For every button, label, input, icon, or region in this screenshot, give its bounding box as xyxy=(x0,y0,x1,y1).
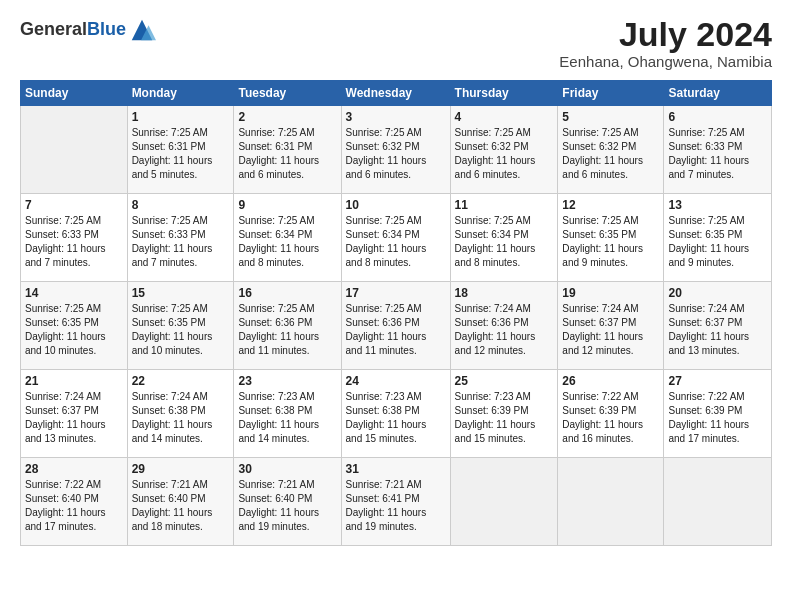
calendar-cell: 15Sunrise: 7:25 AM Sunset: 6:35 PM Dayli… xyxy=(127,282,234,370)
calendar-cell: 24Sunrise: 7:23 AM Sunset: 6:38 PM Dayli… xyxy=(341,370,450,458)
calendar-cell: 23Sunrise: 7:23 AM Sunset: 6:38 PM Dayli… xyxy=(234,370,341,458)
day-number: 5 xyxy=(562,110,659,124)
calendar-cell: 2Sunrise: 7:25 AM Sunset: 6:31 PM Daylig… xyxy=(234,106,341,194)
day-number: 4 xyxy=(455,110,554,124)
calendar-cell: 31Sunrise: 7:21 AM Sunset: 6:41 PM Dayli… xyxy=(341,458,450,546)
calendar-cell: 4Sunrise: 7:25 AM Sunset: 6:32 PM Daylig… xyxy=(450,106,558,194)
day-number: 9 xyxy=(238,198,336,212)
cell-content: Sunrise: 7:25 AM Sunset: 6:33 PM Dayligh… xyxy=(132,214,230,270)
day-number: 1 xyxy=(132,110,230,124)
cell-content: Sunrise: 7:25 AM Sunset: 6:35 PM Dayligh… xyxy=(668,214,767,270)
calendar-cell xyxy=(664,458,772,546)
day-number: 7 xyxy=(25,198,123,212)
day-number: 29 xyxy=(132,462,230,476)
day-number: 19 xyxy=(562,286,659,300)
cell-content: Sunrise: 7:25 AM Sunset: 6:32 PM Dayligh… xyxy=(455,126,554,182)
cell-content: Sunrise: 7:25 AM Sunset: 6:35 PM Dayligh… xyxy=(562,214,659,270)
calendar-cell xyxy=(21,106,128,194)
calendar-table: SundayMondayTuesdayWednesdayThursdayFrid… xyxy=(20,80,772,546)
day-number: 26 xyxy=(562,374,659,388)
calendar-cell: 16Sunrise: 7:25 AM Sunset: 6:36 PM Dayli… xyxy=(234,282,341,370)
cell-content: Sunrise: 7:25 AM Sunset: 6:31 PM Dayligh… xyxy=(238,126,336,182)
calendar-cell: 28Sunrise: 7:22 AM Sunset: 6:40 PM Dayli… xyxy=(21,458,128,546)
week-row-1: 1Sunrise: 7:25 AM Sunset: 6:31 PM Daylig… xyxy=(21,106,772,194)
day-header-saturday: Saturday xyxy=(664,81,772,106)
calendar-cell: 18Sunrise: 7:24 AM Sunset: 6:36 PM Dayli… xyxy=(450,282,558,370)
logo-blue: Blue xyxy=(87,19,126,39)
day-header-sunday: Sunday xyxy=(21,81,128,106)
day-number: 21 xyxy=(25,374,123,388)
day-number: 6 xyxy=(668,110,767,124)
week-row-2: 7Sunrise: 7:25 AM Sunset: 6:33 PM Daylig… xyxy=(21,194,772,282)
day-number: 25 xyxy=(455,374,554,388)
cell-content: Sunrise: 7:25 AM Sunset: 6:35 PM Dayligh… xyxy=(132,302,230,358)
day-number: 10 xyxy=(346,198,446,212)
calendar-cell: 1Sunrise: 7:25 AM Sunset: 6:31 PM Daylig… xyxy=(127,106,234,194)
calendar-cell: 27Sunrise: 7:22 AM Sunset: 6:39 PM Dayli… xyxy=(664,370,772,458)
logo: GeneralBlue xyxy=(20,16,156,44)
cell-content: Sunrise: 7:21 AM Sunset: 6:41 PM Dayligh… xyxy=(346,478,446,534)
day-number: 8 xyxy=(132,198,230,212)
month-year: July 2024 xyxy=(559,16,772,53)
calendar-cell: 19Sunrise: 7:24 AM Sunset: 6:37 PM Dayli… xyxy=(558,282,664,370)
day-number: 30 xyxy=(238,462,336,476)
cell-content: Sunrise: 7:25 AM Sunset: 6:34 PM Dayligh… xyxy=(455,214,554,270)
header: GeneralBlue July 2024 Eenhana, Ohangwena… xyxy=(20,16,772,70)
cell-content: Sunrise: 7:23 AM Sunset: 6:39 PM Dayligh… xyxy=(455,390,554,446)
day-header-tuesday: Tuesday xyxy=(234,81,341,106)
cell-content: Sunrise: 7:22 AM Sunset: 6:39 PM Dayligh… xyxy=(562,390,659,446)
calendar-cell: 20Sunrise: 7:24 AM Sunset: 6:37 PM Dayli… xyxy=(664,282,772,370)
cell-content: Sunrise: 7:21 AM Sunset: 6:40 PM Dayligh… xyxy=(238,478,336,534)
calendar-cell: 26Sunrise: 7:22 AM Sunset: 6:39 PM Dayli… xyxy=(558,370,664,458)
calendar-cell xyxy=(558,458,664,546)
header-row: SundayMondayTuesdayWednesdayThursdayFrid… xyxy=(21,81,772,106)
calendar-cell: 13Sunrise: 7:25 AM Sunset: 6:35 PM Dayli… xyxy=(664,194,772,282)
calendar-cell: 25Sunrise: 7:23 AM Sunset: 6:39 PM Dayli… xyxy=(450,370,558,458)
calendar-cell: 21Sunrise: 7:24 AM Sunset: 6:37 PM Dayli… xyxy=(21,370,128,458)
day-header-thursday: Thursday xyxy=(450,81,558,106)
logo-text: GeneralBlue xyxy=(20,20,126,40)
cell-content: Sunrise: 7:24 AM Sunset: 6:36 PM Dayligh… xyxy=(455,302,554,358)
calendar-cell: 10Sunrise: 7:25 AM Sunset: 6:34 PM Dayli… xyxy=(341,194,450,282)
cell-content: Sunrise: 7:22 AM Sunset: 6:39 PM Dayligh… xyxy=(668,390,767,446)
day-number: 15 xyxy=(132,286,230,300)
day-header-monday: Monday xyxy=(127,81,234,106)
cell-content: Sunrise: 7:25 AM Sunset: 6:31 PM Dayligh… xyxy=(132,126,230,182)
day-number: 3 xyxy=(346,110,446,124)
day-number: 23 xyxy=(238,374,336,388)
logo-icon xyxy=(128,16,156,44)
day-number: 28 xyxy=(25,462,123,476)
cell-content: Sunrise: 7:24 AM Sunset: 6:37 PM Dayligh… xyxy=(668,302,767,358)
calendar-cell: 11Sunrise: 7:25 AM Sunset: 6:34 PM Dayli… xyxy=(450,194,558,282)
day-number: 22 xyxy=(132,374,230,388)
day-number: 2 xyxy=(238,110,336,124)
day-number: 14 xyxy=(25,286,123,300)
day-number: 18 xyxy=(455,286,554,300)
cell-content: Sunrise: 7:22 AM Sunset: 6:40 PM Dayligh… xyxy=(25,478,123,534)
calendar-cell: 3Sunrise: 7:25 AM Sunset: 6:32 PM Daylig… xyxy=(341,106,450,194)
calendar-cell: 9Sunrise: 7:25 AM Sunset: 6:34 PM Daylig… xyxy=(234,194,341,282)
calendar-cell xyxy=(450,458,558,546)
day-number: 11 xyxy=(455,198,554,212)
day-number: 16 xyxy=(238,286,336,300)
cell-content: Sunrise: 7:21 AM Sunset: 6:40 PM Dayligh… xyxy=(132,478,230,534)
day-number: 24 xyxy=(346,374,446,388)
cell-content: Sunrise: 7:25 AM Sunset: 6:34 PM Dayligh… xyxy=(346,214,446,270)
cell-content: Sunrise: 7:25 AM Sunset: 6:32 PM Dayligh… xyxy=(562,126,659,182)
cell-content: Sunrise: 7:25 AM Sunset: 6:32 PM Dayligh… xyxy=(346,126,446,182)
logo-general: General xyxy=(20,19,87,39)
calendar-cell: 14Sunrise: 7:25 AM Sunset: 6:35 PM Dayli… xyxy=(21,282,128,370)
cell-content: Sunrise: 7:25 AM Sunset: 6:35 PM Dayligh… xyxy=(25,302,123,358)
cell-content: Sunrise: 7:25 AM Sunset: 6:33 PM Dayligh… xyxy=(25,214,123,270)
week-row-4: 21Sunrise: 7:24 AM Sunset: 6:37 PM Dayli… xyxy=(21,370,772,458)
day-number: 17 xyxy=(346,286,446,300)
calendar-cell: 5Sunrise: 7:25 AM Sunset: 6:32 PM Daylig… xyxy=(558,106,664,194)
calendar-cell: 7Sunrise: 7:25 AM Sunset: 6:33 PM Daylig… xyxy=(21,194,128,282)
title-block: July 2024 Eenhana, Ohangwena, Namibia xyxy=(559,16,772,70)
calendar-cell: 8Sunrise: 7:25 AM Sunset: 6:33 PM Daylig… xyxy=(127,194,234,282)
cell-content: Sunrise: 7:25 AM Sunset: 6:36 PM Dayligh… xyxy=(238,302,336,358)
cell-content: Sunrise: 7:25 AM Sunset: 6:33 PM Dayligh… xyxy=(668,126,767,182)
calendar-cell: 6Sunrise: 7:25 AM Sunset: 6:33 PM Daylig… xyxy=(664,106,772,194)
day-header-friday: Friday xyxy=(558,81,664,106)
calendar-cell: 22Sunrise: 7:24 AM Sunset: 6:38 PM Dayli… xyxy=(127,370,234,458)
